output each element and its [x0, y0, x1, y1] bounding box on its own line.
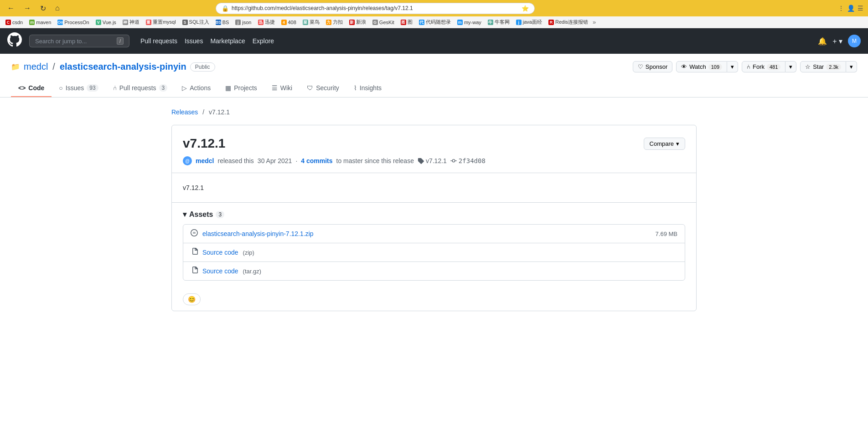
user-avatar[interactable]: M — [848, 35, 861, 47]
bookmark-sina[interactable]: 新 新浪 — [347, 18, 368, 26]
geskit-logo-icon: G — [372, 20, 378, 25]
release-author-link[interactable]: medcl — [196, 157, 214, 164]
bookmark-sql[interactable]: S SQL注入 — [181, 18, 211, 26]
forward-button[interactable]: → — [21, 3, 34, 13]
mysql-logo-icon: 重 — [146, 20, 151, 25]
release-meta: @ medcl released this 30 Apr 2021 · 4 co… — [183, 156, 685, 165]
wiki-icon: ☰ — [272, 84, 278, 92]
bookmark-bs[interactable]: BS BS — [214, 19, 231, 26]
repo-tabs: <> Code ○ Issues 93 ⑃ Pull requests 3 ▷ … — [11, 80, 857, 97]
release-author-avatar: @ — [183, 156, 192, 165]
bookmark-niuke[interactable]: 牛 牛客网 — [486, 18, 512, 26]
github-header: Search or jump to... / Pull requests Iss… — [0, 28, 868, 54]
tab-projects[interactable]: ▦ Projects — [218, 80, 264, 97]
profile-btn[interactable]: 👤 — [847, 5, 855, 12]
tab-pull-requests[interactable]: ⑃ Pull requests 3 — [106, 80, 175, 97]
actions-icon: ▷ — [182, 84, 187, 92]
bookmark-processon[interactable]: On ProcessOn — [56, 19, 91, 26]
bookmark-geskit[interactable]: G GesKit — [371, 19, 396, 26]
home-button[interactable]: ⌂ — [52, 3, 62, 13]
release-date: 30 Apr 2021 — [258, 157, 292, 164]
insights-icon: ⌇ — [354, 84, 357, 92]
xunjie-logo-icon: 迅 — [258, 20, 264, 25]
address-bar[interactable]: 🔒 https://github.com/medcl/elasticsearch… — [216, 3, 535, 14]
release-hash: 2f34d08 — [450, 157, 486, 164]
leetcode-logo-icon: 力 — [326, 20, 331, 25]
asset-item: Source code (zip) — [183, 243, 685, 262]
releases-breadcrumb-link[interactable]: Releases — [171, 108, 198, 116]
408-logo-icon: 4 — [281, 20, 287, 25]
tab-insights[interactable]: ⌇ Insights — [346, 80, 389, 97]
asset-zip-link[interactable]: elasticsearch-analysis-pinyin-7.12.1.zip — [202, 230, 314, 237]
code-icon: <> — [18, 84, 26, 92]
refresh-button[interactable]: ↻ — [37, 3, 49, 14]
fork-button[interactable]: ⑃ Fork 481 — [742, 61, 785, 72]
nav-issues[interactable]: Issues — [185, 37, 203, 45]
star-icon: ☆ — [805, 63, 811, 70]
bookmark-code[interactable]: 代 代码随想录 — [417, 18, 453, 26]
sponsor-group: ♡ Sponsor — [633, 61, 672, 72]
myway-logo-icon: m — [457, 20, 463, 25]
bookmark-myway[interactable]: m my-way — [455, 19, 483, 26]
source-targz-type: (tar.gz) — [243, 268, 261, 275]
shendao-logo-icon: 神 — [123, 20, 128, 25]
compare-button[interactable]: Compare ▾ — [644, 138, 685, 150]
tab-code[interactable]: <> Code — [11, 80, 52, 97]
search-input[interactable]: Search or jump to... / — [29, 35, 129, 47]
asset-source-targz-icon — [191, 267, 198, 276]
extensions-btn[interactable]: ⋮ — [838, 5, 844, 12]
sponsor-button[interactable]: ♡ Sponsor — [633, 61, 672, 72]
issues-icon: ○ — [59, 84, 62, 92]
bookmark-json[interactable]: j json — [233, 19, 253, 26]
bookmark-csdn[interactable]: C csdn — [4, 19, 25, 26]
bookmark-pic[interactable]: 图 图 — [399, 18, 414, 26]
tab-issues[interactable]: ○ Issues 93 — [52, 80, 105, 97]
watch-dropdown-button[interactable]: ▾ — [727, 61, 738, 72]
bookmark-408[interactable]: 4 408 — [279, 19, 298, 26]
repo-name[interactable]: elasticsearch-analysis-pinyin — [60, 62, 186, 72]
security-icon: 🛡 — [307, 84, 313, 92]
repo-visibility-badge: Public — [190, 62, 215, 72]
source-zip-link[interactable]: Source code — [202, 249, 238, 256]
star-button[interactable]: ☆ Star 2.3k — [800, 61, 846, 72]
bookmark-xunjie[interactable]: 迅 迅捷 — [256, 18, 277, 26]
tab-actions[interactable]: ▷ Actions — [175, 80, 218, 97]
watch-button[interactable]: 👁 Watch 109 — [676, 61, 727, 72]
nav-pull-requests[interactable]: Pull requests — [140, 37, 177, 45]
bookmark-shendao[interactable]: 神 神道 — [121, 18, 141, 26]
repo-owner[interactable]: medcl — [24, 62, 48, 72]
commits-link[interactable]: 4 commits — [301, 157, 332, 164]
sql-logo-icon: S — [182, 20, 188, 25]
vuejs-logo-icon: V — [96, 20, 101, 25]
tab-security[interactable]: 🛡 Security — [300, 80, 346, 97]
reaction-button[interactable]: 😊 — [183, 293, 201, 305]
nav-explore[interactable]: Explore — [253, 37, 274, 45]
niuke-logo-icon: 牛 — [488, 20, 493, 25]
watch-group: 👁 Watch 109 ▾ — [676, 61, 738, 72]
bookmark-java[interactable]: j java面经 — [514, 18, 544, 26]
tab-wiki[interactable]: ☰ Wiki — [264, 80, 300, 97]
browser-chrome: ← → ↻ ⌂ 🔒 https://github.com/medcl/elast… — [0, 0, 868, 16]
release-body-text: v7.12.1 — [183, 184, 685, 191]
bookmark-maven[interactable]: m maven — [27, 19, 53, 26]
bookmark-mysql[interactable]: 重 重置mysql — [144, 18, 178, 26]
breadcrumb-separator: / — [202, 108, 204, 116]
star-dropdown-button[interactable]: ▾ — [846, 61, 857, 72]
bs-logo-icon: BS — [216, 20, 221, 25]
plus-button[interactable]: + ▾ — [832, 37, 842, 46]
back-button[interactable]: ← — [5, 3, 17, 13]
bookmarks-bar: C csdn m maven On ProcessOn V Vue.js 神 神… — [0, 16, 868, 28]
notifications-button[interactable]: 🔔 — [818, 37, 827, 46]
bookmark-rookie[interactable]: 菜 菜鸟 — [301, 18, 321, 26]
bookmark-vuejs[interactable]: V Vue.js — [94, 19, 118, 26]
github-logo-icon[interactable] — [7, 32, 22, 50]
bookmark-leetcode[interactable]: 力 力扣 — [324, 18, 345, 26]
menu-btn[interactable]: ☰ — [858, 5, 863, 12]
source-targz-link[interactable]: Source code — [202, 267, 238, 275]
bookmarks-more[interactable]: » — [593, 19, 596, 26]
nav-marketplace[interactable]: Marketplace — [210, 37, 245, 45]
repo-separator: / — [52, 62, 55, 72]
url-text: https://github.com/medcl/elasticsearch-a… — [232, 5, 519, 11]
fork-dropdown-button[interactable]: ▾ — [785, 61, 796, 72]
bookmark-redis[interactable]: R Redis连接报错 — [547, 18, 590, 26]
